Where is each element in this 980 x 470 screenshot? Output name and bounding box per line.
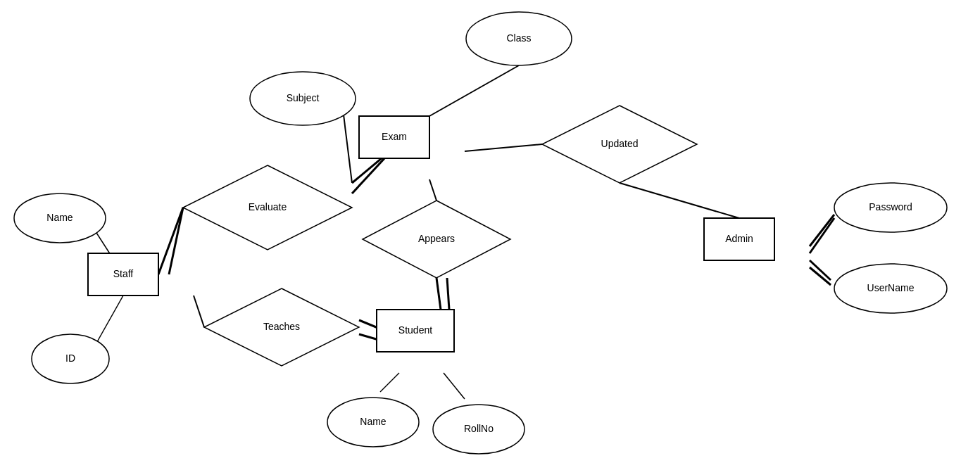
conn-subject-evaluate [343, 109, 352, 183]
username-label: UserName [867, 282, 915, 293]
conn-student-rollno [444, 373, 465, 399]
name-student-label: Name [360, 416, 387, 427]
class-label: Class [506, 32, 531, 44]
conn-exam-updated [465, 144, 542, 151]
student-label: Student [398, 324, 432, 336]
appears-label: Appears [418, 233, 455, 244]
conn-updated-admin [620, 183, 739, 218]
conn-admin-password2 [810, 218, 834, 253]
exam-label: Exam [382, 131, 407, 142]
id-staff-label: ID [65, 352, 75, 364]
name-staff-label: Name [46, 212, 73, 223]
conn-class-exam [429, 65, 519, 116]
admin-label: Admin [725, 233, 753, 244]
updated-label: Updated [601, 138, 639, 149]
staff-label: Staff [113, 268, 134, 279]
subject-label: Subject [287, 92, 320, 103]
conn-admin-password1 [810, 215, 834, 246]
conn-exam-appears [429, 179, 436, 201]
evaluate-label: Evaluate [249, 201, 287, 212]
conn-student-name [380, 373, 399, 392]
conn-staff-teaches [194, 296, 204, 327]
password-label: Password [869, 201, 912, 212]
er-diagram: Evaluate Appears Updated Teaches Exam St… [0, 0, 980, 470]
rollno-student-label: RollNo [464, 423, 494, 434]
teaches-label: Teaches [263, 321, 300, 332]
